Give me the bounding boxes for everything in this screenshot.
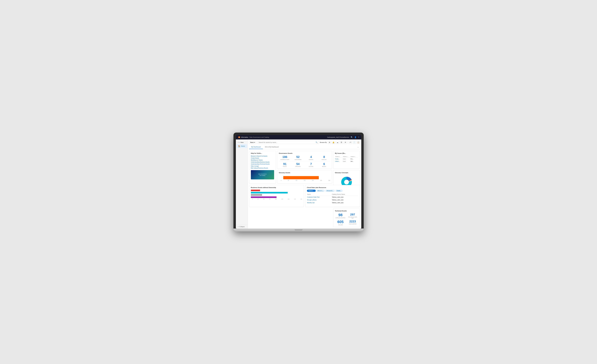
- cloud-tab-datab[interactable]: Datab...: [335, 190, 343, 192]
- search-type-value: Basic: [250, 142, 254, 143]
- issues-row-1: Produ... Open Pro...: [335, 158, 358, 160]
- glossary-bar: [283, 176, 319, 179]
- issues-row2-asset: Wei...: [351, 160, 358, 162]
- search-icon[interactable]: 🔍: [351, 136, 353, 138]
- browse-table-icon[interactable]: ⊞: [328, 141, 331, 144]
- tab-more[interactable]: ···: [356, 145, 360, 149]
- glossary-assets-card: Glossary Assets 1 0: [277, 170, 332, 184]
- ba-bar-3: [251, 194, 262, 196]
- laptop-screen: Informatica Data Governance and Catalog …: [236, 135, 361, 228]
- stat-data-set: 8 DATA SET: [318, 155, 330, 160]
- chevron-left-icon: ‹: [237, 226, 238, 228]
- issues-row2-status: Open: [343, 160, 350, 162]
- dashboard-grid: Help for Gettin... Browse & Search for A…: [249, 151, 360, 227]
- app-subtitle: Data Governance and Catalog: [249, 136, 269, 138]
- cloud-row-2: through_athana Tableau_sales_kpis: [307, 199, 358, 201]
- issues-row-2: Edited... Open Wei...: [335, 160, 358, 162]
- collapse-label: < Collapse: [238, 226, 245, 228]
- governance-stats: 186 BUSINESS TERM 52 SUB DOMAIN 4 DOMAIN: [279, 155, 330, 160]
- glossary-bar-chart: 1 0 50 100 150 200: [279, 175, 330, 181]
- nav-right: hawkupgrade_July22-fromselfservice 🔍 👤 ?: [327, 136, 359, 138]
- home-icon: 🏠: [238, 145, 240, 147]
- stats-divider: [279, 161, 330, 161]
- cloud-row-3: Monthly Call Tableau_sales_kpis: [307, 201, 358, 204]
- cloud-row3-name[interactable]: Monthly Call: [307, 201, 332, 204]
- browse-link-icon[interactable]: ⛓: [340, 141, 343, 144]
- help-links: Browse & Search for Assets Create Assets…: [251, 155, 274, 169]
- browse-tag-icon[interactable]: 🏷: [349, 141, 352, 144]
- cloud-col-name: Name: [307, 193, 332, 196]
- ba-axis: 0 25 50 75 100 125 150 175 200: [251, 199, 302, 200]
- browse-gear-icon[interactable]: ⚙: [344, 141, 347, 144]
- tab-dg-dq[interactable]: DG & DQ Dashboard: [263, 145, 281, 149]
- browse-cloud-icon[interactable]: ☁: [336, 141, 339, 144]
- search-input[interactable]: [259, 142, 315, 143]
- help-card-title: Help for Gettin...: [251, 152, 274, 154]
- nav-user: hawkupgrade_July22-fromselfservice: [327, 136, 349, 138]
- help-link-bulk[interactable]: Bulk Upload Business Assets: [251, 167, 274, 169]
- cloud-row2-name[interactable]: through_athana: [307, 199, 332, 201]
- issues-col-ticket-status: Ticket s...: [343, 156, 350, 158]
- governance-stats-row2: 91 POLICY 54 PROCESS 7 SYSTEM: [279, 162, 330, 167]
- browse-copy-icon[interactable]: 📋: [357, 141, 360, 144]
- chevron-down-icon: ▾: [254, 142, 255, 143]
- cloud-row1-catalog: Tableau_sales_kpis: [332, 196, 358, 198]
- plus-icon: ＋: [237, 141, 239, 143]
- sidebar-collapse[interactable]: ‹ < Collapse: [236, 225, 248, 228]
- glossary-axis: 0 50 100 150 200 250 300: [279, 180, 330, 181]
- help-icon[interactable]: ?: [358, 136, 359, 138]
- help-link-lineage[interactable]: Data Lineage: [251, 165, 274, 167]
- issues-row2-title[interactable]: Edited...: [335, 160, 343, 162]
- content-area: Basic ▾ 🔍 Browse By ⊞ 🔔 ☁ ⛓: [248, 139, 361, 228]
- issues-row1-status: Open: [343, 158, 350, 160]
- tab-my-dashboard[interactable]: My Dashboard: [249, 145, 263, 149]
- help-link-business[interactable]: Understanding Business Assets: [251, 161, 274, 163]
- issues-table: Ticket ti... Ticket s... Asset n... Prod…: [335, 155, 358, 163]
- app-container: Informatica Data Governance and Catalog …: [236, 135, 361, 228]
- top-nav: Informatica Data Governance and Catalog …: [236, 135, 361, 139]
- laptop-notch: [295, 229, 303, 231]
- cloud-tab-amazon[interactable]: AmazonS...: [325, 190, 335, 192]
- sidebar-home-label: Home: [241, 145, 245, 147]
- new-button[interactable]: ＋ + New: [236, 141, 248, 144]
- search-type-select[interactable]: Basic ▾: [249, 141, 256, 144]
- help-link-technical[interactable]: Understanding Technical Assets: [251, 163, 274, 165]
- cloud-tab-tableau[interactable]: Tableau ...: [307, 190, 316, 192]
- cloud-table: Name Catalog Source Name Customer Order …: [307, 193, 358, 204]
- ba-bar-1: [251, 190, 260, 191]
- governance-card: Governance Assets 186 BUSINESS TERM 52 S…: [277, 151, 332, 169]
- ba-bar-2: [251, 192, 288, 193]
- glossary-card-title: Glossary Assets: [279, 172, 330, 174]
- cloud-tab-adls[interactable]: ADLS C...: [316, 190, 325, 192]
- sidebar-item-home[interactable]: 🏠 Home: [236, 144, 247, 148]
- cloud-tabs: Tableau ... ADLS C... AmazonS... Datab..…: [307, 190, 358, 192]
- browse-doc-icon[interactable]: 📄: [353, 141, 356, 144]
- help-link-browse[interactable]: Browse & Search for Assets: [251, 155, 274, 157]
- user-icon[interactable]: 👤: [354, 136, 356, 138]
- issues-card-title: My Issues (Bu...: [335, 152, 358, 154]
- help-link-create[interactable]: Create Assets: [251, 157, 274, 159]
- ba-bar-4: [251, 196, 276, 198]
- stat-catalog-source: 98 CATALOG SOURCE: [335, 213, 346, 219]
- technical-card-title: Technical Assets: [335, 210, 358, 212]
- glossary-concepts-title: Glossary Concepts: [335, 172, 358, 174]
- laptop-base: [234, 228, 364, 231]
- cloud-row2-catalog: Tableau_sales_kpis: [332, 199, 358, 201]
- laptop-frame: Informatica Data Governance and Catalog …: [234, 133, 364, 231]
- cloud-resources-title: Cloud Data Lake Resources: [307, 187, 358, 188]
- search-bar: Basic ▾ 🔍 Browse By ⊞ 🔔 ☁ ⛓: [249, 141, 360, 144]
- search-submit-icon[interactable]: 🔍: [315, 141, 318, 143]
- cloud-row1-name[interactable]: Customer Order Test: [307, 196, 332, 198]
- stat-sub-domain: 52 SUB DOMAIN: [292, 155, 304, 160]
- svg-point-3: [344, 180, 349, 184]
- cloud-resources-card: Cloud Data Lake Resources Tableau ... AD…: [305, 185, 360, 207]
- issues-row1-title[interactable]: Produ...: [335, 158, 343, 160]
- help-link-workflows[interactable]: Workflows & Tickets: [251, 159, 274, 161]
- business-assets-title: Business Assets without Ownership: [251, 187, 302, 188]
- browse-bell-icon[interactable]: 🔔: [332, 141, 335, 144]
- issues-row1-asset: Pro...: [351, 158, 358, 160]
- stat-column: 605 COLUMN: [335, 220, 346, 226]
- sidebar: ＋ + New 🏠 Home ‹ < Collapse: [236, 139, 248, 228]
- nav-left: Informatica Data Governance and Catalog: [238, 136, 269, 138]
- stat-policy: 91 POLICY: [279, 162, 291, 167]
